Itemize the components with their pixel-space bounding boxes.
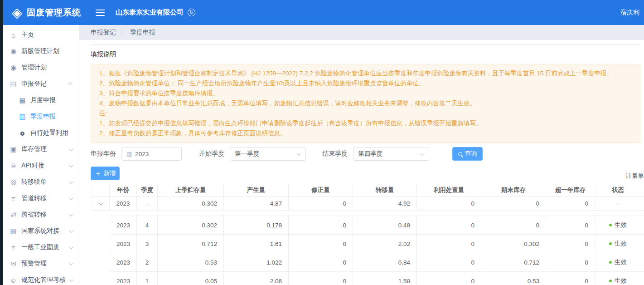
app-title: 固废管理系统 (27, 7, 81, 19)
main-panel: 申报登记 〉 季度申报 填报说明 1、根据《危险废物管理计划和管理台账制定技术导… (79, 25, 644, 285)
cell-transferred: 2.02 (353, 235, 417, 253)
chevron-down-icon (69, 277, 73, 282)
year-input[interactable]: ▦ 2023 (121, 147, 182, 161)
chevron-down-icon (69, 163, 73, 167)
cell-disposed: 0 (417, 272, 481, 285)
filing-notice: 1、根据《危险废物管理计划和管理台账制定技术导则》 (HJ 1259—2022)… (91, 64, 640, 143)
cell-year: 2023 (110, 253, 137, 271)
sidebar-item-11[interactable]: ⇄跨省转移 (3, 206, 79, 223)
username[interactable]: 宿庆利 (620, 9, 639, 17)
column-header-8: 期末库存 (481, 184, 546, 196)
sidebar-item-label: 转移联单 (21, 178, 47, 186)
sidebar-item-4[interactable]: ▦月度申报 (3, 92, 79, 108)
sidebar-item-label: 自行处置利用 (30, 129, 68, 137)
cell-over_year: 0 (546, 272, 595, 285)
sidebar-item-2[interactable]: ◉管理计划 (3, 59, 79, 76)
sidebar-item-0[interactable]: ⌂主页 (3, 27, 79, 43)
chevron-down-icon (98, 200, 103, 205)
national-system-icon: ▦ (9, 227, 18, 235)
summary-cell-disposed: 0 (417, 197, 481, 210)
breadcrumb-item-declare[interactable]: 申报登记 (91, 29, 116, 37)
table-row[interactable]: 202340.3020.17800.48000生效 (110, 216, 644, 235)
sidebar-item-5[interactable]: ▥季度申报 (3, 108, 79, 125)
summary-cell-transferred: 4.92 (353, 197, 417, 210)
search-button[interactable]: 查询 (452, 147, 483, 161)
expand-row-button[interactable] (91, 197, 110, 210)
table-row[interactable]: 202330.7121.6102.0200.3020生效 (110, 235, 644, 253)
row-gap (91, 211, 644, 216)
summary-cell-corrected: 0 (289, 197, 353, 210)
sidebar-item-12[interactable]: ▦国家系统对接 (3, 223, 79, 239)
cell-last_storage: 0.712 (158, 235, 224, 253)
cell-end_inventory: 0 (481, 216, 546, 234)
sidebar-item-6[interactable]: 自行处置利用 (3, 125, 79, 141)
column-header-5: 修正量 (289, 184, 353, 196)
summary-cell-over_year: 0 (546, 197, 595, 210)
sidebar-item-14[interactable]: ✉预警管理 (3, 256, 79, 272)
section-title: 填报说明 (91, 50, 644, 59)
column-header-6: 转移量 (353, 184, 417, 196)
summary-cell-cut (641, 197, 644, 210)
cell-over_year: 0 (546, 253, 595, 271)
notice-line-2: 3、符合申报要求的单位按季度按顺序填报。 (99, 88, 632, 98)
sidebar-item-label: 管道转移 (21, 194, 47, 202)
end-quarter-select[interactable]: 第四季度 (353, 147, 429, 161)
unit-note: 计量单 (626, 172, 644, 180)
quarter-rows: 202340.3020.17800.48000生效202330.7121.610… (110, 216, 644, 285)
sidebar-item-label: 月度申报 (30, 96, 56, 104)
cell-transferred: 0.84 (353, 253, 417, 271)
chevron-down-icon (69, 261, 73, 265)
column-header-10: 状态 (595, 184, 641, 196)
summary-row: 2023--0.3024.8704.92000-- (91, 197, 644, 211)
sidebar-item-1[interactable]: ◉新版管理计划 (3, 43, 79, 59)
column-header-0 (91, 184, 110, 196)
cell-cut (641, 216, 644, 234)
sidebar-item-7[interactable]: ▣库存管理 (3, 141, 79, 157)
window-edge (0, 0, 3, 285)
refresh-icon[interactable]: ↻ (188, 9, 195, 16)
cell-corrected: 0 (289, 216, 353, 234)
status-dot-icon (609, 224, 612, 226)
sidebar-item-13[interactable]: ≡一般工业固废 (3, 239, 79, 256)
pipeline-transfer-icon: ≡ (9, 195, 18, 202)
sidebar-item-9[interactable]: ◎转移联单 (3, 174, 79, 190)
sidebar-item-label: 预警管理 (21, 260, 47, 268)
table-row[interactable]: 202320.531.02200.8400.7120生效 (110, 253, 644, 272)
sidebar-item-label: 申报登记 (21, 80, 47, 88)
add-button-label: 新增 (104, 169, 116, 177)
cell-quarter: 3 (137, 235, 158, 253)
sidebar-item-10[interactable]: ≡管道转移 (3, 190, 79, 206)
sidebar-item-15[interactable]: ☺规范化管理考核 (3, 272, 79, 285)
home-icon: ⌂ (9, 31, 18, 39)
add-button[interactable]: ＋ 新增 (91, 167, 120, 180)
company-name-label: 山东泰东实业有限公司 (116, 8, 184, 17)
summary-cell-produced: 4.87 (224, 197, 289, 210)
year-label: 申报年份 (91, 150, 116, 158)
breadcrumb-separator-icon: 〉 (120, 29, 126, 37)
cell-corrected: 0 (289, 253, 353, 271)
cell-status: 生效 (595, 253, 641, 271)
sidebar-item-8[interactable]: ☠API对接 (3, 157, 79, 174)
breadcrumb: 申报登记 〉 季度申报 (79, 25, 644, 40)
cell-disposed: 0 (417, 216, 481, 234)
summary-cell-status: -- (595, 197, 641, 210)
cell-cut (641, 235, 644, 253)
cell-end_inventory: 0.712 (481, 253, 546, 271)
chevron-down-icon (69, 147, 73, 151)
table-row[interactable]: 202310.052.0601.5800.530生效 (110, 272, 644, 285)
search-button-label: 查询 (465, 150, 477, 158)
table-header-row: 年份季度上季贮存量产生量修正量转移量利用处置量期末库存超一年库存状态 (91, 184, 644, 197)
cell-over_year: 0 (546, 216, 595, 234)
cell-transferred: 1.58 (353, 272, 417, 285)
sidebar-item-label: 国家系统对接 (21, 227, 59, 235)
cell-quarter: 2 (137, 253, 158, 271)
sidebar-item-3[interactable]: ▤申报登记 (3, 76, 79, 92)
cell-produced: 1.022 (224, 253, 289, 271)
company-name[interactable]: 山东泰东实业有限公司 ↻ (116, 8, 195, 17)
hamburger-icon[interactable] (96, 10, 105, 16)
cell-year: 2023 (110, 216, 137, 234)
start-quarter-select[interactable]: 第一季度 (230, 147, 306, 161)
content: 填报说明 1、根据《危险废物管理计划和管理台账制定技术导则》 (HJ 1259—… (79, 44, 644, 285)
status-label: 生效 (615, 221, 627, 229)
cell-last_storage: 0.53 (158, 253, 224, 271)
